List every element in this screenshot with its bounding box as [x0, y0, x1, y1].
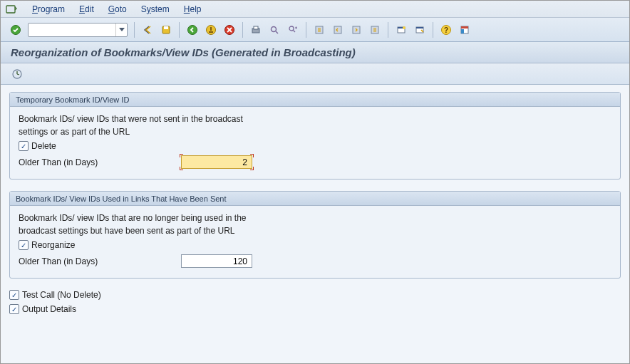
- enter-icon[interactable]: [8, 22, 24, 38]
- svg-rect-13: [353, 26, 360, 33]
- reorganize-label: Reorganize: [31, 240, 75, 250]
- older-label: Older Than (in Days): [19, 157, 181, 167]
- svg-text:?: ?: [444, 26, 448, 34]
- menu-program[interactable]: Program: [25, 4, 72, 14]
- print-icon[interactable]: [248, 22, 264, 38]
- svg-point-17: [403, 26, 406, 29]
- separator: [134, 22, 135, 38]
- back-page-icon[interactable]: [140, 22, 155, 38]
- separator: [388, 22, 388, 38]
- app-toolbar: [1, 63, 629, 85]
- layout-icon[interactable]: [457, 22, 472, 38]
- delete-label: Delete: [31, 141, 56, 151]
- output-details-checkbox[interactable]: ✓: [9, 304, 19, 314]
- chevron-down-icon[interactable]: [115, 24, 127, 36]
- desc-text: settings or as part of the URL: [19, 127, 611, 137]
- separator: [242, 22, 243, 38]
- desc-text: broadcast settings but have been sent as…: [19, 226, 611, 236]
- focus-corner: [180, 167, 183, 170]
- page-title: Reorganization of Bookmarks/View IDs (Ge…: [1, 42, 629, 63]
- test-call-row: ✓ Test Call (No Delete): [9, 290, 621, 300]
- reorganize-row: ✓ Reorganize: [19, 240, 611, 250]
- find-icon[interactable]: [267, 22, 282, 38]
- desc-text: Bookmark IDs/ view IDs that are no longe…: [19, 213, 611, 223]
- output-details-label: Output Details: [22, 304, 76, 314]
- menubar: Program Edit Goto System Help: [1, 1, 629, 18]
- older-row: Older Than (in Days): [19, 155, 611, 169]
- separator: [179, 22, 180, 38]
- session-icon[interactable]: [5, 3, 18, 16]
- menu-help[interactable]: Help: [177, 4, 209, 14]
- group-header: Temporary Bookmark ID/View ID: [10, 93, 620, 107]
- cancel-icon[interactable]: [222, 22, 237, 38]
- reorganize-checkbox[interactable]: ✓: [19, 240, 29, 250]
- last-page-icon[interactable]: [367, 22, 383, 38]
- svg-rect-19: [416, 27, 423, 28]
- delete-checkbox[interactable]: ✓: [19, 141, 29, 151]
- first-page-icon[interactable]: [311, 22, 327, 38]
- older-label: Older Than (in Days): [19, 256, 181, 266]
- menu-system[interactable]: System: [134, 4, 177, 14]
- group-body: Bookmark IDs/ view IDs that were not sen…: [10, 107, 620, 179]
- svg-point-9: [272, 26, 277, 31]
- group-sent-links: Bookmark IDs/ View IDs Used in Links Tha…: [9, 191, 621, 279]
- focus-corner: [250, 154, 254, 157]
- svg-rect-0: [6, 6, 15, 13]
- prev-page-icon[interactable]: [330, 22, 346, 38]
- menu-edit[interactable]: Edit: [72, 4, 101, 14]
- older-than-input[interactable]: [181, 254, 252, 268]
- menu-goto[interactable]: Goto: [101, 4, 134, 14]
- separator: [433, 22, 433, 38]
- next-page-icon[interactable]: [348, 22, 364, 38]
- desc-text: Bookmark IDs/ view IDs that were not sen…: [19, 114, 611, 124]
- toolbar: ?: [1, 18, 629, 42]
- separator: [306, 22, 306, 38]
- back-icon[interactable]: [185, 22, 200, 38]
- group-body: Bookmark IDs/ view IDs that are no longe…: [10, 206, 620, 278]
- exit-icon[interactable]: [203, 22, 219, 38]
- save-icon[interactable]: [158, 22, 174, 38]
- older-than-input[interactable]: [181, 155, 252, 169]
- output-details-row: ✓ Output Details: [9, 304, 621, 314]
- sap-window: Program Edit Goto System Help: [0, 0, 630, 364]
- group-header: Bookmark IDs/ View IDs Used in Links Tha…: [10, 192, 620, 206]
- group-temporary: Temporary Bookmark ID/View ID Bookmark I…: [9, 92, 621, 180]
- svg-rect-8: [254, 26, 258, 29]
- help-icon[interactable]: ?: [438, 22, 454, 38]
- svg-rect-24: [461, 29, 464, 33]
- delete-row: ✓ Delete: [19, 141, 611, 151]
- svg-rect-12: [334, 26, 341, 33]
- older-row: Older Than (in Days): [19, 254, 611, 268]
- new-session-icon[interactable]: [393, 22, 409, 38]
- execute-icon[interactable]: [9, 66, 25, 82]
- svg-rect-23: [461, 26, 468, 28]
- svg-point-10: [289, 26, 294, 31]
- title-text: Reorganization of Bookmarks/View IDs (Ge…: [11, 46, 356, 58]
- shortcut-icon[interactable]: [412, 22, 428, 38]
- svg-point-4: [188, 25, 197, 34]
- test-call-label: Test Call (No Delete): [22, 290, 101, 300]
- command-field[interactable]: [28, 23, 128, 37]
- focus-corner: [250, 167, 254, 170]
- svg-rect-3: [164, 26, 168, 29]
- test-call-checkbox[interactable]: ✓: [9, 290, 19, 300]
- find-next-icon[interactable]: [285, 22, 301, 38]
- focus-corner: [180, 154, 183, 157]
- input-wrap: [181, 155, 252, 169]
- body: Temporary Bookmark ID/View ID Bookmark I…: [1, 85, 629, 363]
